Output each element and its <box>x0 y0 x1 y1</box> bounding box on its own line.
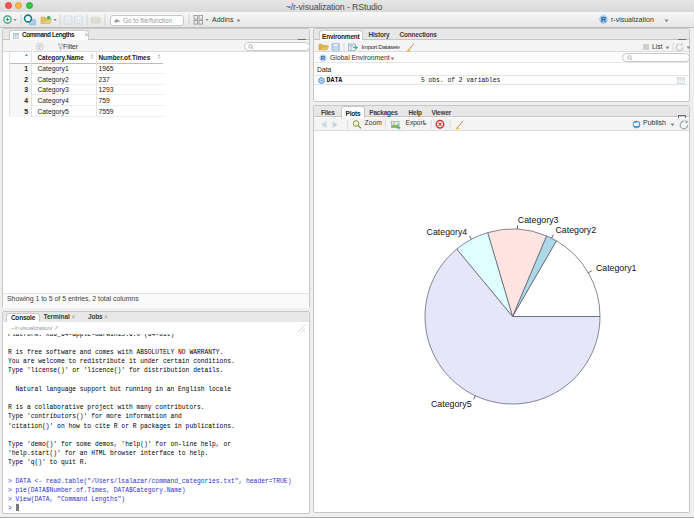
svg-text:Category3: Category3 <box>518 215 559 225</box>
svg-text:Category2: Category2 <box>555 225 596 235</box>
svg-text:Category5: Category5 <box>431 399 472 409</box>
svg-text:R: R <box>601 16 606 23</box>
svg-text:Category4: Category4 <box>427 227 468 237</box>
svg-text:Category1: Category1 <box>596 263 637 273</box>
svg-text:R: R <box>321 55 326 61</box>
